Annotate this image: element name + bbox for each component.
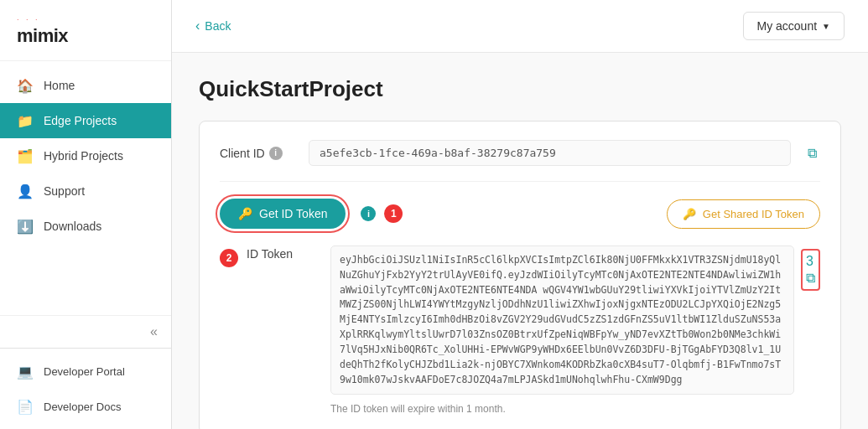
copy-client-id-button[interactable]: ⧉ (804, 142, 820, 164)
collapse-button[interactable]: « (0, 315, 171, 348)
sidebar-label-support: Support (44, 184, 85, 198)
get-shared-id-token-button[interactable]: 🔑 Get Shared ID Token (667, 199, 820, 229)
expire-note: The ID token will expire within 1 month. (330, 403, 820, 415)
topbar: ‹ Back My account ▼ (172, 0, 868, 53)
logo-area: · · · mimix (0, 0, 171, 61)
actions-row: 🔑 Get ID Token i 1 🔑 Get Shared ID Token (220, 199, 820, 229)
edge-projects-icon: 📁 (17, 112, 34, 129)
logo-text: mimix (17, 25, 68, 46)
sidebar-item-edge-projects[interactable]: 📁 Edge Projects (0, 103, 171, 138)
get-id-token-button[interactable]: 🔑 Get ID Token (220, 199, 346, 229)
developer-portal-icon: 💻 (17, 363, 34, 380)
sidebar-item-support[interactable]: 👤 Support (0, 173, 171, 209)
sidebar-item-developer-portal[interactable]: 💻 Developer Portal (0, 354, 171, 389)
project-card: Client ID i a5efe3cb-1fce-469a-b8af-3827… (199, 121, 841, 429)
client-id-row: Client ID i a5efe3cb-1fce-469a-b8af-3827… (220, 140, 820, 182)
sidebar-label-home: Home (44, 79, 75, 92)
key-icon: 🔑 (238, 207, 252, 220)
sidebar-label-edge-projects: Edge Projects (44, 114, 117, 127)
sidebar-label-downloads: Downloads (44, 220, 101, 233)
id-token-section: 2 ID Token eyJhbGciOiJSUzl1NiIsInR5cCl6l… (220, 246, 820, 415)
sidebar-label-developer-portal: Developer Portal (44, 365, 125, 378)
annotation-3: 3 (806, 254, 815, 269)
account-label: My account (757, 19, 818, 33)
hybrid-projects-icon: 🗂️ (17, 147, 34, 164)
client-id-label: Client ID i (220, 147, 295, 160)
id-token-label: ID Token (247, 246, 322, 261)
sidebar-item-developer-docs[interactable]: 📄 Developer Docs (0, 389, 171, 424)
client-id-info-icon: i (269, 147, 283, 160)
downloads-icon: ⬇️ (17, 218, 34, 235)
back-chevron-icon: ‹ (195, 18, 200, 34)
annotation-2-group: 2 (220, 246, 238, 267)
support-icon: 👤 (17, 183, 34, 199)
content-area: QuickStartProject Client ID i a5efe3cb-1… (172, 53, 868, 429)
shared-key-icon: 🔑 (683, 208, 696, 220)
annotation-1: 1 (384, 204, 403, 223)
chevron-down-icon: ▼ (822, 22, 830, 31)
sidebar-item-home[interactable]: 🏠 Home (0, 68, 171, 103)
sidebar-label-developer-docs: Developer Docs (44, 401, 122, 413)
id-token-content: eyJhbGciOiJSUzl1NiIsInR5cCl6lkpXVCIsImtp… (330, 246, 820, 415)
id-token-value-row: eyJhbGciOiJSUzl1NiIsInR5cCl6lkpXVCIsImtp… (330, 246, 820, 395)
back-label: Back (205, 19, 231, 33)
get-shared-id-token-label: Get Shared ID Token (703, 208, 804, 220)
main-content: ‹ Back My account ▼ QuickStartProject Cl… (172, 0, 868, 429)
back-button[interactable]: ‹ Back (195, 18, 231, 34)
sidebar-item-hybrid-projects[interactable]: 🗂️ Hybrid Projects (0, 138, 171, 173)
developer-docs-icon: 📄 (17, 398, 34, 415)
page-title: QuickStartProject (199, 76, 841, 102)
collapse-icon: « (150, 324, 158, 339)
home-icon: 🏠 (17, 77, 34, 94)
sidebar-item-downloads[interactable]: ⬇️ Downloads (0, 209, 171, 244)
sidebar: · · · mimix 🏠 Home 📁 Edge Projects 🗂️ Hy… (0, 0, 172, 429)
get-id-token-label: Get ID Token (259, 207, 327, 220)
id-token-value: eyJhbGciOiJSUzl1NiIsInR5cCl6lkpXVCIsImtp… (330, 246, 794, 395)
client-id-value: a5efe3cb-1fce-469a-b8af-38279c87a759 (309, 140, 791, 166)
nav-items: 🏠 Home 📁 Edge Projects 🗂️ Hybrid Project… (0, 61, 171, 315)
copy-id-token-button[interactable]: 3 ⧉ (801, 249, 820, 291)
sidebar-label-hybrid-projects: Hybrid Projects (44, 149, 123, 163)
get-id-token-info-icon: i (361, 206, 376, 221)
logo-dots: · · · (17, 15, 154, 23)
get-id-token-group: 🔑 Get ID Token i 1 (220, 199, 403, 229)
my-account-button[interactable]: My account ▼ (743, 12, 845, 40)
sidebar-bottom: 💻 Developer Portal 📄 Developer Docs (0, 348, 171, 429)
annotation-2: 2 (220, 249, 238, 267)
